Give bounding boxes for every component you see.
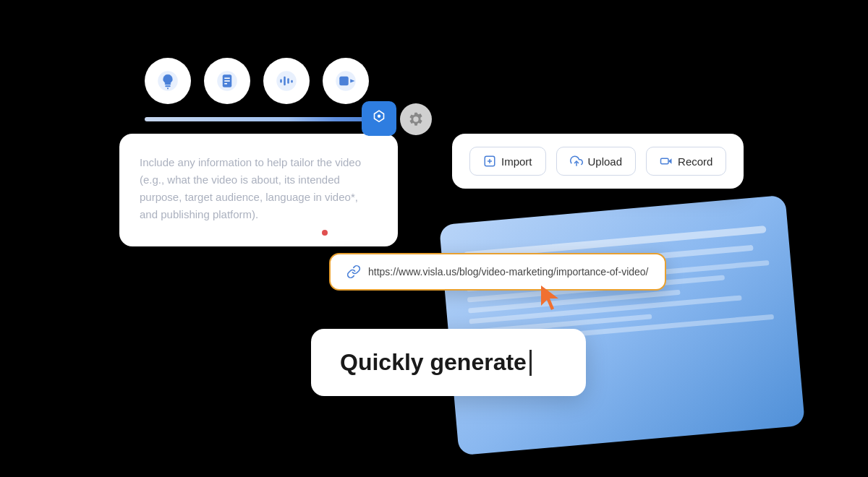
svg-point-8: [276, 71, 297, 91]
svg-rect-14: [339, 77, 349, 86]
record-button[interactable]: Record: [646, 147, 726, 176]
lightbulb-bubble[interactable]: [145, 58, 191, 104]
svg-rect-10: [284, 77, 286, 86]
svg-rect-21: [661, 158, 669, 164]
gear-badge: [400, 103, 432, 135]
action-card: Import Upload Record: [452, 134, 744, 189]
url-card[interactable]: https://www.visla.us/blog/video-marketin…: [329, 253, 666, 291]
document-bubble[interactable]: [204, 58, 250, 104]
svg-rect-1: [165, 85, 171, 87]
quickgen-label: Quickly generate: [340, 349, 527, 376]
upload-label: Upload: [588, 155, 623, 168]
svg-rect-11: [287, 78, 289, 84]
quickgen-card: Quickly generate: [311, 329, 586, 396]
waveform-bubble[interactable]: [263, 58, 310, 104]
svg-point-16: [378, 115, 380, 118]
screen-record-bubble[interactable]: [323, 58, 369, 104]
doc-card-background: [439, 195, 805, 456]
svg-marker-23: [541, 285, 558, 310]
svg-rect-9: [280, 80, 282, 83]
main-scene: Include any information to help tailor t…: [0, 0, 868, 477]
quickgen-text: Quickly generate: [340, 349, 557, 376]
text-cursor: [529, 350, 532, 376]
import-button[interactable]: Import: [469, 147, 546, 176]
icon-row: [145, 58, 369, 104]
ai-badge: [362, 101, 396, 136]
svg-rect-12: [291, 80, 293, 83]
link-icon: [346, 265, 361, 279]
upload-button[interactable]: Upload: [556, 147, 637, 176]
connector-bar: [145, 117, 383, 121]
connector-dot: [322, 230, 328, 236]
record-label: Record: [678, 155, 712, 168]
textarea-placeholder: Include any information to help tailor t…: [140, 154, 378, 223]
import-label: Import: [501, 155, 532, 168]
url-text: https://www.visla.us/blog/video-marketin…: [368, 266, 649, 278]
textarea-card: Include any information to help tailor t…: [119, 134, 398, 246]
